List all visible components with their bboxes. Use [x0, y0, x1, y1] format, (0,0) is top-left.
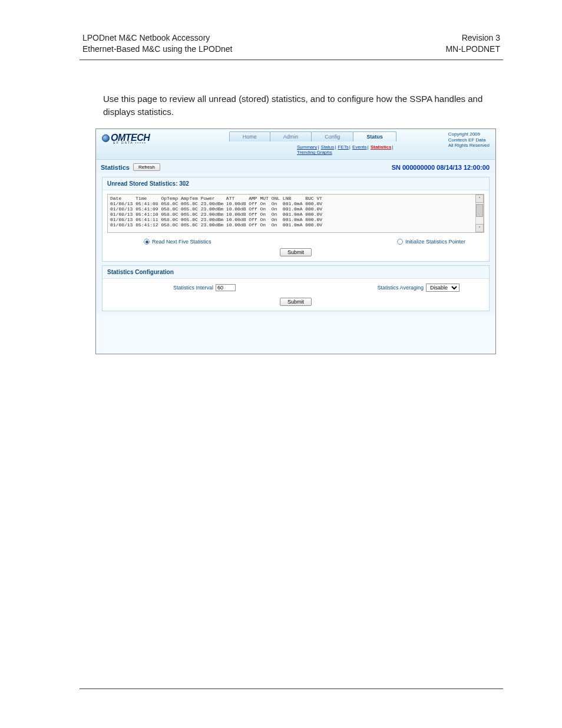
refresh-button[interactable]: Refresh [133, 163, 160, 171]
scroll-thumb[interactable] [476, 204, 483, 217]
header-right-1: Revision 3 [445, 32, 500, 44]
scroll-down-icon[interactable]: ˅ [475, 224, 484, 232]
submit-button-config[interactable]: Submit [280, 298, 312, 306]
footer-rule [80, 689, 503, 689]
unread-stats-title: Unread Stored Statistics: 302 [103, 177, 489, 190]
subnav-events[interactable]: Events [352, 144, 366, 150]
averaging-label: Statistics Averaging [378, 285, 424, 291]
stats-config-title: Statistics Configuration [103, 266, 489, 279]
tab-config[interactable]: Config [311, 131, 353, 141]
main-tabs: Home Admin Config Status [229, 131, 396, 141]
submit-button-stats[interactable]: Submit [280, 248, 312, 256]
stats-row: 01/08/13 05:41:09 058.0C 065.0C 23.00dBm… [110, 206, 322, 212]
copyright: Copyright 2009 Comtech EF Data All Right… [448, 131, 490, 149]
subnav-status[interactable]: Status [321, 144, 335, 150]
stats-row: 01/08/13 05:41:10 058.0C 065.0C 23.00dBm… [110, 212, 322, 217]
serial-datetime: SN 000000000 08/14/13 12:00:00 [392, 164, 490, 171]
intro-paragraph: Use this page to review all unread (stor… [103, 93, 497, 118]
interval-input[interactable] [216, 284, 236, 291]
header-left-1: LPODnet M&C Netbook Accessory [82, 32, 232, 44]
radio-icon [397, 239, 403, 245]
logo-globe-icon [102, 134, 110, 142]
header-left-2: Ethernet-Based M&C using the LPODnet [82, 44, 232, 55]
screenshot-frame: OMTECH EF DATA ▪▪▪▪▪ Home Admin Config S… [95, 129, 496, 354]
tab-admin[interactable]: Admin [270, 131, 312, 141]
document-header: LPODnet M&C Netbook Accessory Ethernet-B… [80, 0, 503, 60]
radio-icon [144, 239, 150, 245]
header-right-2: MN-LPODNET [445, 44, 500, 55]
tab-home[interactable]: Home [229, 131, 270, 141]
averaging-select[interactable]: Disable [426, 284, 459, 292]
stats-config-panel: Statistics Configuration Statistics Inte… [102, 265, 490, 311]
subnav-summary[interactable]: Summary [297, 144, 317, 150]
stats-header-row: Date Time OpTemp AmpTem Power ATT AMP MU… [110, 196, 322, 201]
subnav-trending[interactable]: Trending Graphs [297, 150, 332, 155]
scroll-up-icon[interactable]: ˄ [475, 195, 484, 203]
sub-nav: Summary| Status| FETs| Events| Statistic… [296, 144, 394, 155]
radio-read-next[interactable]: Read Next Five Statistics [144, 239, 211, 245]
logo-subtext: EF DATA ▪▪▪▪▪ [113, 141, 146, 144]
tab-status[interactable]: Status [353, 131, 396, 141]
stats-row: 01/08/13 05:41:08 058.0C 065.0C 23.00dBm… [110, 201, 322, 206]
page-title: Statistics [101, 164, 130, 171]
unread-stats-panel: Unread Stored Statistics: 302 Date Time … [102, 177, 490, 262]
stats-row: 01/08/13 05:41:11 058.0C 065.0C 23.00dBm… [110, 217, 322, 222]
interval-label: Statistics Interval [173, 285, 213, 291]
subnav-fets[interactable]: FETs [338, 144, 349, 150]
subnav-statistics[interactable]: Statistics [371, 144, 392, 150]
stats-textarea[interactable]: Date Time OpTemp AmpTem Power ATT AMP MU… [107, 194, 484, 233]
radio-init-pointer[interactable]: Initialize Statistics Pointer [397, 239, 465, 245]
stats-row: 01/08/13 05:41:12 058.0C 065.0C 23.00dBm… [110, 222, 322, 228]
